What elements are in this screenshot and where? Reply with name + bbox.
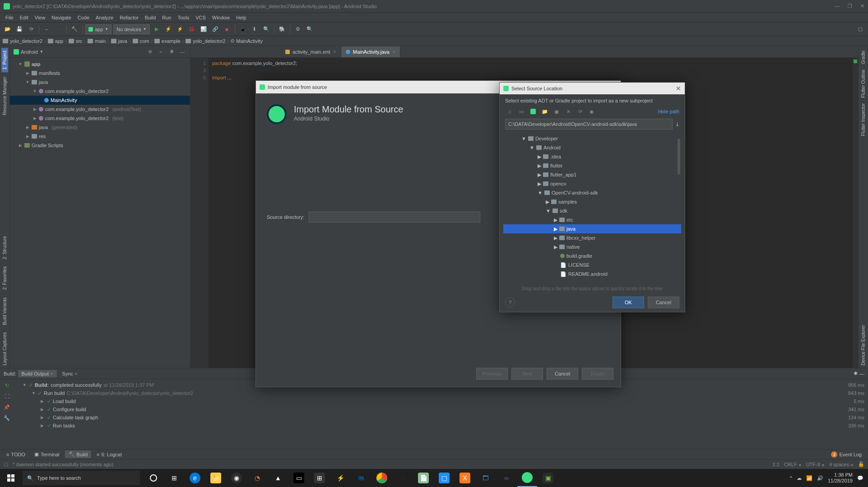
menu-navigate[interactable]: Navigate (49, 14, 74, 21)
tree-app[interactable]: ▼app (10, 60, 190, 69)
menu-run[interactable]: Run (159, 14, 174, 21)
app-icon[interactable]: ▢ (434, 469, 454, 487)
task-view-icon[interactable]: ⊞ (164, 469, 184, 487)
sync-tab[interactable]: Sync × (59, 370, 81, 377)
tree-item[interactable]: build.gradle (503, 251, 681, 260)
crumb[interactable]: java (110, 38, 128, 44)
project-tab[interactable]: 1: Project (1, 48, 8, 72)
tree-item[interactable]: ▼OpenCV-android-sdk (503, 188, 681, 197)
open-file-icon[interactable]: 📂 (3, 24, 13, 34)
toolbar-right-icon[interactable]: ▢ (855, 24, 865, 34)
cmd-icon[interactable]: ▭ (289, 469, 309, 487)
cancel-button[interactable]: Cancel (648, 297, 679, 308)
tree-gradle-scripts[interactable]: ▶Gradle Scripts (10, 141, 190, 150)
file-tree[interactable]: ▼Developer ▼Android ▶.idea ▶flutter ▶flu… (503, 134, 681, 283)
project-structure-icon[interactable]: ⚙ (293, 24, 303, 34)
android-studio-icon[interactable] (517, 469, 537, 487)
make-icon[interactable]: 🔨 (70, 24, 79, 34)
build-row[interactable]: ▼✓Run build C:\DATA\Developer\Android\yo… (14, 389, 832, 397)
tree-pkg2[interactable]: ▶com.example.yolo_detector2(androidTest) (10, 105, 190, 114)
encoding[interactable]: UTF-8 ≑ (806, 462, 825, 467)
menu-file[interactable]: File (3, 14, 16, 21)
maximize-button[interactable]: ❐ (848, 3, 852, 9)
tree-item[interactable]: ▶etc (503, 215, 681, 224)
close-tab-icon[interactable]: × (333, 49, 336, 55)
show-hidden-icon[interactable]: ◉ (587, 107, 596, 116)
menu-edit[interactable]: Edit (17, 14, 31, 21)
delete-icon[interactable]: ✕ (564, 107, 573, 116)
project-icon[interactable] (529, 107, 538, 116)
status-icon[interactable]: ▢ (4, 461, 8, 467)
pin-icon[interactable]: 📌 (2, 403, 11, 412)
tree-item-selected[interactable]: ▶java (503, 224, 681, 233)
build-row[interactable]: ▶✓Calculate task graph (14, 413, 832, 422)
module-icon[interactable]: ▣ (552, 107, 561, 116)
menu-analyze[interactable]: Analyze (93, 14, 116, 21)
app-icon[interactable]: ⚡ (330, 469, 350, 487)
tree-pkg1[interactable]: ▼com.example.yolo_detector2 (10, 87, 190, 96)
store-icon[interactable]: 🛍 (351, 469, 371, 487)
flutter-inspector-tab[interactable]: Flutter Inspector (860, 101, 867, 139)
gear-icon[interactable]: ✱ (854, 371, 858, 376)
tree-java[interactable]: ▼java (10, 78, 190, 87)
avd-icon[interactable]: 📱 (238, 24, 248, 34)
layout-inspector-icon[interactable]: 🔍 (261, 24, 271, 34)
volume-icon[interactable]: 🔊 (817, 475, 823, 481)
gear-icon[interactable]: ✱ (167, 48, 176, 56)
ok-button[interactable]: OK (613, 297, 644, 308)
help-button[interactable]: ? (505, 297, 515, 307)
close-button[interactable]: ✕ (860, 3, 864, 9)
editor-tab-java[interactable]: MainActivity.java× (341, 46, 400, 57)
tray-chevron-icon[interactable]: ^ (790, 475, 792, 481)
tree-main-activity[interactable]: MainActivity (10, 96, 190, 105)
cortana-icon[interactable] (144, 469, 163, 487)
crumb[interactable]: example (153, 38, 181, 44)
tree-item[interactable]: ▶opencv (503, 179, 681, 188)
forward-icon[interactable]: → (54, 24, 64, 34)
sync-icon[interactable]: ⟳ (26, 24, 36, 34)
logcat-tab[interactable]: ≡ 6: Logcat (93, 451, 125, 458)
apply-code-icon[interactable]: ⚡ (175, 24, 185, 34)
rerun-icon[interactable]: ↻ (2, 381, 11, 390)
tree-item[interactable]: 📄README.android (503, 269, 681, 278)
obs-icon[interactable]: ◉ (227, 469, 246, 487)
favorites-tab[interactable]: 2: Favorites (1, 264, 8, 292)
previous-button[interactable]: Previous (476, 368, 508, 380)
new-folder-icon[interactable]: 📁 (540, 107, 549, 116)
tree-res[interactable]: ▶res (10, 132, 190, 141)
menu-help[interactable]: Help (233, 14, 249, 21)
blender-icon[interactable]: ◔ (247, 469, 267, 487)
gradle-sync-icon[interactable]: 🐘 (277, 24, 287, 34)
tree-item[interactable]: ▶flutter (503, 161, 681, 170)
save-icon[interactable]: 💾 (14, 24, 24, 34)
build-variants-tab[interactable]: Build Variants (1, 295, 8, 328)
apply-changes-icon[interactable]: ⚡ (163, 24, 173, 34)
tree-item[interactable]: ▼Android (503, 143, 681, 152)
device-combo[interactable]: No devices▼ (113, 24, 149, 34)
back-icon[interactable]: ← (42, 24, 52, 34)
lock-icon[interactable]: 🔓 (858, 461, 864, 467)
gradle-tab[interactable]: Gradle (860, 48, 867, 67)
tree-pkg3[interactable]: ▶com.example.yolo_detector2(test) (10, 114, 190, 123)
device-explorer-tab[interactable]: Device File Explorer (860, 322, 867, 368)
tree-item[interactable]: ▶native (503, 242, 681, 251)
menu-refactor[interactable]: Refactor (117, 14, 141, 21)
close-icon[interactable]: ✕ (676, 85, 681, 92)
indent[interactable]: 4 spaces ≑ (829, 462, 854, 467)
close-tab-icon[interactable]: × (392, 49, 395, 55)
explorer-icon[interactable]: 📁 (206, 469, 226, 487)
menu-tools[interactable]: Tools (175, 14, 192, 21)
menu-vcs[interactable]: VCS (193, 14, 209, 21)
desktop-icon[interactable]: ▭ (517, 107, 526, 116)
crumb[interactable]: app (47, 38, 64, 44)
app-icon[interactable]: 📄 (413, 469, 433, 487)
scrollbar-thumb[interactable] (678, 139, 680, 175)
tree-item[interactable]: ▶flutter_app1 (503, 170, 681, 179)
crumb[interactable]: yolo_detector2 (185, 38, 226, 44)
target-icon[interactable]: ⊕ (146, 48, 154, 56)
crumb[interactable]: yolo_detector2 (2, 38, 43, 44)
resource-manager-tab[interactable]: Resource Manager (1, 74, 8, 118)
clock[interactable]: 1:38 PM 11/28/2019 (828, 472, 853, 484)
tree-item[interactable]: ▶libcxx_helper (503, 233, 681, 242)
crumb[interactable]: com (132, 38, 150, 44)
